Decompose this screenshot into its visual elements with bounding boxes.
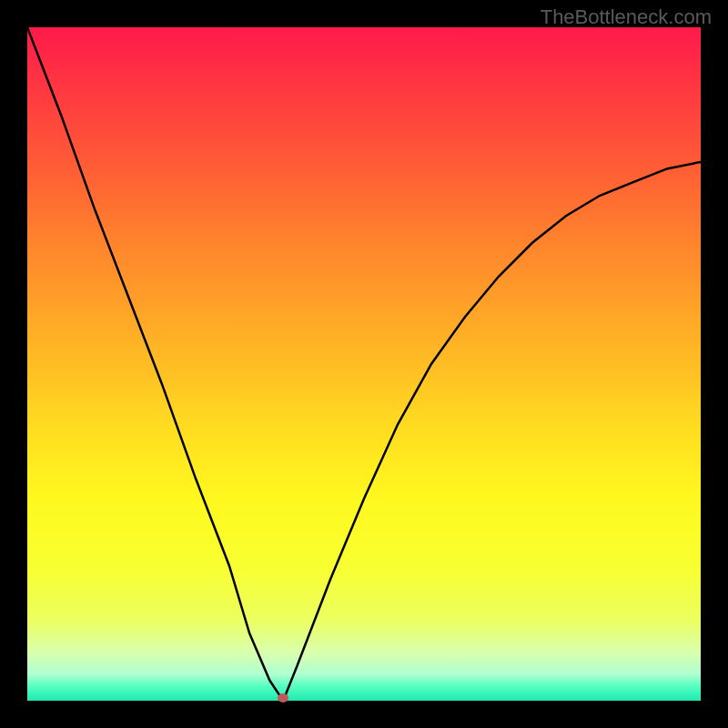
bottleneck-curve-svg: [27, 27, 701, 701]
bottleneck-curve-path: [27, 27, 701, 701]
optimal-point-marker: [278, 693, 288, 703]
watermark-text: TheBottleneck.com: [541, 5, 712, 29]
chart-area: [27, 27, 701, 701]
